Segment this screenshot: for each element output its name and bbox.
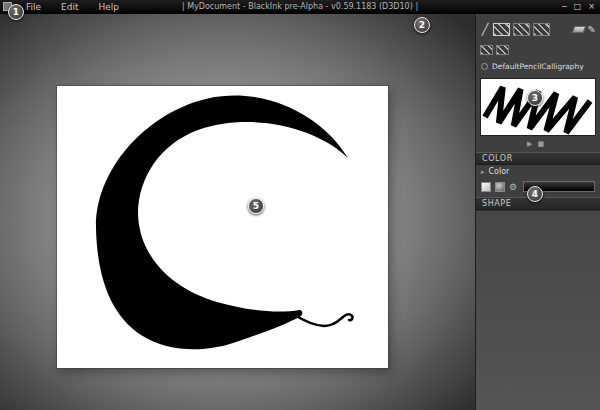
window-title: | MyDocument - BlackInk pre-Alpha - v0.5… <box>182 2 418 11</box>
eraser-tool-icon[interactable] <box>571 26 586 33</box>
brush-preview-scribble <box>481 79 595 135</box>
canvas-viewport[interactable] <box>0 14 475 410</box>
pencil-tool-icon[interactable]: ✎ <box>588 24 596 35</box>
preview-controls: ▶■ <box>476 138 600 150</box>
callout-badge-4: 4 <box>527 186 543 202</box>
expander-arrow-icon: ▸ <box>481 168 485 176</box>
callout-badge-5: 5 <box>248 198 264 214</box>
color-expander-row[interactable]: ▸ Color <box>476 165 600 178</box>
brush-preset-1-button[interactable] <box>493 23 510 36</box>
menu-edit[interactable]: Edit <box>59 2 80 12</box>
maximize-button[interactable]: □ <box>574 2 582 11</box>
menu-bar: File Edit Help | MyDocument - BlackInk p… <box>0 0 600 14</box>
calligraphy-stroke-tail <box>293 314 352 326</box>
brush-radio-icon <box>481 63 488 70</box>
preview-stop-icon[interactable]: ■ <box>537 140 549 148</box>
preview-play-icon[interactable]: ▶ <box>527 140 537 148</box>
minimize-button[interactable]: ─ <box>562 2 567 11</box>
calligraphy-stroke-body <box>96 95 348 349</box>
brush-panel: ╱ ✎ DefaultPencilCalligraphy ▶■ COLOR <box>475 14 600 410</box>
color-section-header[interactable]: COLOR <box>476 152 600 165</box>
brush-preset-2-button[interactable] <box>513 23 530 36</box>
pen-tool-icon[interactable]: ╱ <box>480 24 490 35</box>
callout-badge-3: 3 <box>527 90 543 106</box>
menu-items: File Edit Help <box>24 2 121 12</box>
brush-name-label: DefaultPencilCalligraphy <box>492 62 584 71</box>
close-button[interactable]: × <box>588 2 595 11</box>
callout-badge-2: 2 <box>414 17 430 33</box>
brush-variant-2-button[interactable] <box>496 45 509 55</box>
brush-variant-row <box>476 43 600 57</box>
menu-file[interactable]: File <box>24 2 43 12</box>
calligraphy-stroke <box>57 86 388 368</box>
window-controls: ─ □ × <box>562 2 600 11</box>
brush-variant-1-button[interactable] <box>480 45 493 55</box>
callout-badge-1: 1 <box>8 4 24 20</box>
brush-toolbar: ╱ ✎ <box>476 19 600 39</box>
panel-lower-area <box>476 210 600 410</box>
document-canvas[interactable] <box>57 86 388 368</box>
gear-icon[interactable]: ⚙ <box>509 182 517 192</box>
color-expander-label: Color <box>489 167 510 176</box>
brush-preview[interactable] <box>480 78 596 136</box>
brush-name-row[interactable]: DefaultPencilCalligraphy <box>476 60 600 73</box>
menu-help[interactable]: Help <box>97 2 122 12</box>
gradient-swatch-icon[interactable] <box>495 182 505 192</box>
white-swatch-icon[interactable] <box>481 182 491 192</box>
brush-preset-3-button[interactable] <box>533 23 550 36</box>
